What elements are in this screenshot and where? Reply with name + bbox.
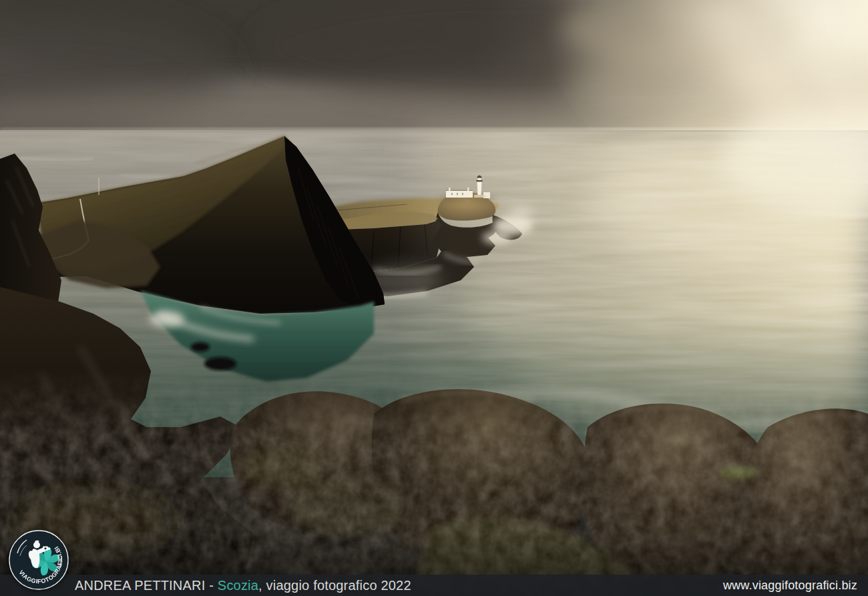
caption-suffix: , viaggio fotografico 2022: [258, 578, 411, 593]
logo-badge-icon: VIAGGIFOTOGRAFICI.BIZ: [8, 529, 69, 591]
landscape-scene: [0, 0, 868, 596]
caption-photographer: ANDREA PETTINARI -: [75, 578, 218, 593]
website-url: www.viaggifotografici.biz: [723, 579, 857, 593]
caption-location: Scozia: [218, 578, 258, 593]
caption-bar: ANDREA PETTINARI - Scozia, viaggio fotog…: [0, 575, 868, 596]
viaggifotografici-logo: VIAGGIFOTOGRAFICI.BIZ: [8, 529, 69, 591]
photo-caption: ANDREA PETTINARI - Scozia, viaggio fotog…: [75, 578, 411, 593]
photo-neist-point: ANDREA PETTINARI - Scozia, viaggio fotog…: [0, 0, 868, 596]
